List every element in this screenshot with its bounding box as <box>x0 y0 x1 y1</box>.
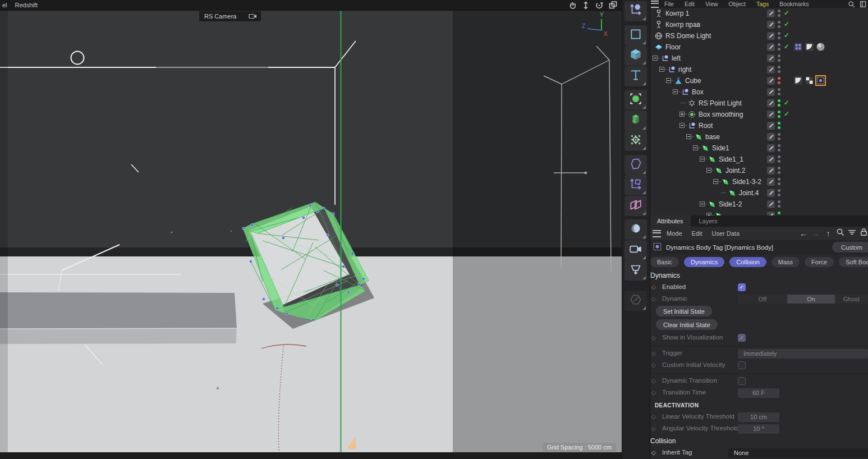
texture-tag-icon[interactable] <box>805 76 814 85</box>
om-menu-view[interactable]: View <box>705 1 718 7</box>
visibility-dot-top[interactable] <box>778 167 780 169</box>
mograph-button[interactable] <box>624 196 647 216</box>
inherit-tag-dropdown[interactable]: None <box>728 448 868 458</box>
orbit-icon[interactable] <box>594 1 604 10</box>
om-menu-tags[interactable]: Tags <box>756 1 769 7</box>
expand-toggle-icon[interactable] <box>713 179 718 184</box>
edit-toggle-icon[interactable] <box>767 54 775 62</box>
visibility-dot-bottom[interactable] <box>778 171 780 174</box>
section-tab-collision[interactable]: Collision <box>729 257 766 267</box>
edit-mode-disabled-button[interactable] <box>624 291 647 311</box>
expand-toggle-icon[interactable] <box>666 78 671 83</box>
tree-row-partial[interactable] <box>649 210 868 215</box>
section-tab-dynamics[interactable]: Dynamics <box>684 257 724 267</box>
custom-initial-velocity-checkbox[interactable] <box>738 361 746 369</box>
keyframe-diamond-icon[interactable]: ◇ <box>651 378 656 384</box>
forward-icon[interactable]: → <box>811 229 820 238</box>
om-menu-bookmarks[interactable]: Bookmarks <box>779 1 809 7</box>
edit-toggle-icon[interactable] <box>767 21 775 29</box>
material-tag-icon[interactable] <box>816 43 825 51</box>
expand-toggle-icon[interactable] <box>686 134 691 139</box>
keyframe-diamond-icon[interactable]: ◇ <box>651 296 656 302</box>
expand-toggle-icon[interactable] <box>700 157 705 162</box>
keyframe-diamond-icon[interactable]: ◇ <box>651 284 656 290</box>
tree-row-right[interactable]: right <box>649 64 868 75</box>
expand-toggle-icon[interactable] <box>659 67 664 72</box>
enabled-check-icon[interactable]: ✓ <box>784 20 789 28</box>
keyframe-diamond-icon[interactable]: ◇ <box>651 449 656 456</box>
lock-icon[interactable] <box>860 228 868 238</box>
linear-velocity-threshold-field[interactable]: 10 cm <box>738 412 779 422</box>
tree-row-контр-прав[interactable]: Контр прав✓ <box>649 19 868 30</box>
keyframe-diamond-icon[interactable]: ◇ <box>651 362 656 368</box>
visibility-dot-bottom[interactable] <box>778 48 780 51</box>
visibility-dot-top[interactable] <box>778 21 780 24</box>
edit-toggle-icon[interactable] <box>767 155 775 163</box>
visibility-dot-bottom[interactable] <box>778 59 780 62</box>
tree-row-side1-1[interactable]: Side1_1 <box>649 154 868 165</box>
environment-button[interactable] <box>624 219 647 240</box>
custom-button[interactable]: Custom <box>832 242 868 253</box>
deformer-button[interactable] <box>624 131 647 151</box>
tree-row-floor[interactable]: Floor✓ <box>649 42 868 53</box>
visibility-dot-top[interactable] <box>778 133 780 136</box>
edit-toggle-icon[interactable] <box>767 111 775 118</box>
visibility-dot-bottom[interactable] <box>778 36 780 39</box>
visibility-dot-bottom[interactable] <box>778 126 780 129</box>
om-menu-object[interactable]: Object <box>729 1 746 7</box>
expand-toggle-icon[interactable] <box>679 112 685 117</box>
phong-tag-icon[interactable] <box>794 76 802 85</box>
generator-button[interactable] <box>624 90 647 110</box>
dynamic-transition-checkbox[interactable] <box>738 377 746 385</box>
edit-toggle-icon[interactable] <box>767 99 775 107</box>
attr-menu-mode[interactable]: Mode <box>667 230 682 237</box>
edit-toggle-icon[interactable] <box>767 66 775 74</box>
edit-toggle-icon[interactable] <box>767 178 775 186</box>
tree-row-root[interactable]: Root <box>649 120 868 131</box>
visibility-dot-top[interactable] <box>778 122 780 125</box>
visibility-dot-top[interactable] <box>778 32 780 35</box>
tree-row-left[interactable]: left <box>649 53 868 64</box>
visibility-dot-top[interactable] <box>778 66 780 68</box>
edit-toggle-icon[interactable] <box>767 167 775 175</box>
visibility-dot-top[interactable] <box>778 200 780 203</box>
volume-builder-button[interactable] <box>624 111 647 131</box>
visibility-dot-top[interactable] <box>778 10 780 12</box>
cube-primitive-button[interactable] <box>624 45 647 66</box>
maximize-icon[interactable] <box>608 1 617 10</box>
visibility-dot-top[interactable] <box>778 144 780 147</box>
visibility-dot-top[interactable] <box>778 155 780 158</box>
compositing-tag-icon[interactable] <box>794 43 802 51</box>
section-tab-soft-body[interactable]: Soft Body <box>839 257 868 267</box>
workplane-button[interactable] <box>624 175 647 195</box>
transition-time-field[interactable]: 60 F <box>738 388 779 398</box>
set-initial-state-button[interactable]: Set Initial State <box>656 306 712 316</box>
viewport-menu-item-redshift[interactable]: Redshift <box>15 2 38 8</box>
edit-toggle-icon[interactable] <box>767 212 775 215</box>
phong-tag-icon[interactable] <box>805 43 814 51</box>
search-icon[interactable] <box>836 228 844 238</box>
visibility-dot-top[interactable] <box>778 43 780 46</box>
edit-toggle-icon[interactable] <box>767 144 775 152</box>
expand-toggle-icon[interactable] <box>700 201 705 206</box>
tree-row-joint-2[interactable]: Joint.2 <box>649 165 868 176</box>
enabled-checkbox[interactable]: ✓ <box>738 283 746 291</box>
expand-toggle-icon[interactable] <box>679 123 685 128</box>
visibility-dot-top[interactable] <box>778 111 780 113</box>
up-icon[interactable]: ↑ <box>824 229 833 238</box>
dolly-icon[interactable] <box>581 1 590 10</box>
tree-row-rs-point-light[interactable]: RS Point Light✓ <box>649 98 868 109</box>
keyframe-diamond-icon[interactable]: ◇ <box>651 425 656 432</box>
visibility-dot-top[interactable] <box>778 54 780 57</box>
attr-menu-user-data[interactable]: User Data <box>712 230 740 237</box>
camera-label-pill[interactable]: RS Camera <box>199 11 261 21</box>
segment-off[interactable]: Off <box>738 295 787 304</box>
angular-velocity-threshold-field[interactable]: 10 ° <box>738 424 779 434</box>
clear-initial-state-button[interactable]: Clear Initial State <box>656 319 718 330</box>
tab-attributes[interactable]: Attributes <box>649 215 691 227</box>
viewport-menu-item[interactable]: el <box>2 2 7 8</box>
back-icon[interactable]: ← <box>799 229 808 238</box>
edit-toggle-icon[interactable] <box>767 200 775 208</box>
visibility-dot-bottom[interactable] <box>778 149 780 152</box>
edit-toggle-icon[interactable] <box>767 32 775 40</box>
